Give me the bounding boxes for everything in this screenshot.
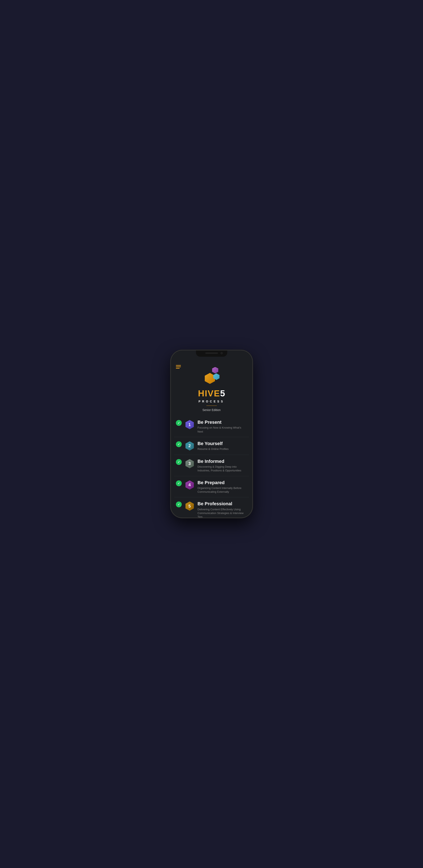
step-num-text-1: 1 [188, 422, 191, 427]
notch-camera [221, 352, 223, 354]
hex-number-1: 1 [184, 419, 195, 430]
check-mark-1: ✓ [177, 421, 180, 425]
svg-marker-1 [212, 367, 218, 373]
svg-marker-0 [205, 373, 215, 384]
step-text-1: Be Present Focusing on Now & Knowing Wha… [198, 419, 247, 434]
phone-notch [196, 350, 227, 357]
step-item-4[interactable]: ✓ 4 [174, 476, 249, 498]
check-mark-3: ✓ [177, 460, 180, 464]
step-num-text-4: 4 [188, 483, 191, 487]
step-title-4: Be Prepared [198, 480, 247, 486]
step-item-3[interactable]: ✓ 3 [174, 455, 249, 476]
step-num-text-5: 5 [188, 504, 191, 508]
step-item-5[interactable]: ✓ 5 [174, 497, 249, 518]
step-text-2: Be Yourself Resume & Online Profiles [198, 440, 247, 451]
menu-line-3 [176, 368, 180, 369]
step-subtitle-5: Delivering Content Effectively Using Com… [198, 507, 247, 518]
check-badge-3: ✓ [176, 459, 182, 465]
step-title-2: Be Yourself [198, 441, 247, 446]
hex-number-2: 2 [184, 440, 195, 451]
hex-number-4: 4 [184, 479, 195, 490]
app-header: HIVE 5 PROCESS Senior Edition [171, 361, 252, 416]
step-text-4: Be Prepared Organizing Content Internall… [198, 479, 247, 494]
check-mark-2: ✓ [177, 442, 180, 446]
app-content: HIVE 5 PROCESS Senior Edition ✓ [171, 350, 252, 518]
brand-title: HIVE 5 [198, 389, 225, 399]
hex-number-5: 5 [184, 501, 195, 512]
step-subtitle-3: Discovering & Digging Deep into Industri… [198, 465, 247, 472]
check-badge-2: ✓ [176, 441, 182, 447]
phone-screen: HIVE 5 PROCESS Senior Edition ✓ [171, 350, 252, 518]
logo-area: HIVE 5 PROCESS Senior Edition [176, 365, 247, 416]
step-title-3: Be Informed [198, 459, 247, 464]
step-text-3: Be Informed Discovering & Digging Deep i… [198, 458, 247, 473]
step-subtitle-4: Organizing Content Internally Before Com… [198, 486, 247, 494]
step-num-text-3: 3 [188, 461, 191, 466]
phone-device: HIVE 5 PROCESS Senior Edition ✓ [171, 350, 252, 518]
check-mark-5: ✓ [177, 503, 180, 506]
step-text-5: Be Professional Delivering Content Effec… [198, 501, 247, 518]
brand-hive: HIVE [198, 389, 220, 399]
step-title-1: Be Present [198, 420, 247, 425]
menu-line-1 [176, 365, 181, 366]
step-subtitle-1: Focusing on Now & Knowing What's Next [198, 426, 247, 433]
menu-line-2 [176, 367, 181, 367]
steps-list: ✓ 1 [171, 416, 252, 518]
check-badge-1: ✓ [176, 420, 182, 426]
step-num-text-2: 2 [188, 443, 191, 448]
check-mark-4: ✓ [177, 482, 180, 485]
step-subtitle-2: Resume & Online Profiles [198, 447, 247, 451]
notch-speaker [205, 352, 218, 354]
hive-logo [201, 367, 222, 386]
brand-five: 5 [220, 389, 225, 399]
hex-number-3: 3 [184, 458, 195, 469]
check-badge-5: ✓ [176, 501, 182, 507]
check-badge-4: ✓ [176, 480, 182, 486]
edition-label: Senior Edition [202, 408, 221, 412]
hamburger-menu-button[interactable] [176, 365, 181, 369]
step-item-2[interactable]: ✓ 2 [174, 437, 249, 455]
step-title-5: Be Professional [198, 501, 247, 506]
step-item-1[interactable]: ✓ 1 [174, 416, 249, 437]
brand-process: PROCESS [198, 400, 224, 403]
